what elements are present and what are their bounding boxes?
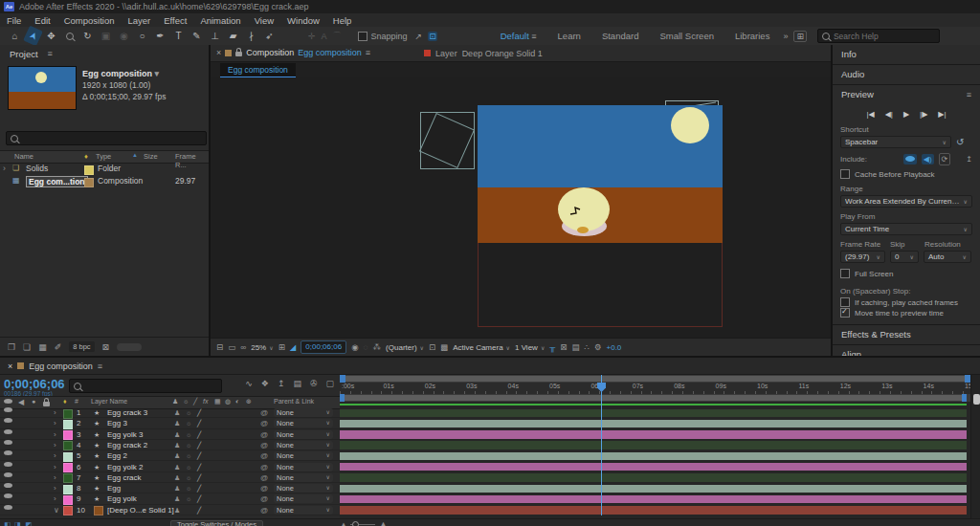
parent-link-column[interactable]: Parent & Link — [274, 398, 314, 405]
quality-switch[interactable]: ╱ — [197, 483, 201, 493]
cache-before-playback-checkbox[interactable] — [840, 169, 850, 179]
close-icon[interactable]: × — [216, 48, 221, 57]
project-menu-icon[interactable]: ≡ — [48, 49, 53, 58]
parent-pickwhip-icon[interactable]: @ — [260, 450, 268, 461]
puppet-tool[interactable]: ➶ — [261, 29, 278, 43]
zoom-out-icon[interactable]: ▲ — [341, 521, 346, 526]
layer-duration-bar[interactable] — [340, 430, 967, 439]
label-swatch[interactable] — [84, 178, 94, 187]
shy-switch[interactable]: ♟ — [174, 505, 180, 515]
layer-bar-row[interactable] — [340, 429, 970, 440]
eye-icon[interactable] — [4, 483, 12, 488]
layer-duration-bar[interactable] — [340, 506, 967, 515]
workspace-standard[interactable]: Standard — [602, 31, 639, 41]
project-search[interactable] — [6, 131, 207, 145]
parent-link-dropdown[interactable]: None∨ — [274, 463, 333, 471]
layer-swatch[interactable] — [63, 485, 73, 494]
project-search-input[interactable] — [22, 134, 202, 143]
menu-help[interactable]: Help — [326, 15, 359, 26]
camera-dropdown[interactable]: Active Camera∨ — [453, 343, 510, 352]
quality-switch[interactable]: ╱ — [197, 440, 201, 450]
current-timecode[interactable]: 0;00;06;06 — [4, 377, 65, 391]
quality-column-icon[interactable]: ╱ — [193, 398, 197, 405]
layer-swatch[interactable] — [63, 463, 73, 472]
threed-column-icon[interactable]: ⊛ — [246, 398, 252, 405]
home-tool[interactable]: ⌂ — [7, 29, 23, 43]
view-layout-dropdown[interactable]: 1 View∨ — [515, 343, 545, 352]
col-size[interactable]: Size — [144, 152, 158, 161]
first-frame-button[interactable]: |◀ — [866, 110, 874, 119]
quality-switch[interactable]: ╱ — [197, 407, 201, 418]
workspace-libraries[interactable]: Libraries — [735, 31, 769, 41]
zoom-tool[interactable] — [61, 29, 78, 43]
expander-icon[interactable]: › — [54, 462, 56, 472]
cache-icon[interactable]: ◩ — [25, 520, 32, 526]
expander-icon[interactable]: › — [54, 407, 56, 418]
eye-icon[interactable] — [4, 440, 12, 445]
layer-bar-row[interactable] — [340, 407, 970, 418]
layer-swatch[interactable] — [63, 473, 73, 483]
layer-name[interactable]: Egg yolk 3 — [107, 429, 143, 440]
menu-window[interactable]: Window — [280, 15, 326, 26]
parent-link-dropdown[interactable]: None∨ — [274, 419, 333, 427]
layer-bar-row[interactable] — [340, 440, 970, 450]
eye-icon[interactable] — [4, 450, 12, 455]
motion-blur-column-icon[interactable]: ◍ — [225, 398, 231, 405]
parent-link-dropdown[interactable]: None∨ — [274, 430, 333, 439]
timeline-scrollbar[interactable] — [970, 375, 980, 518]
glasses-icon[interactable]: ∞ — [240, 342, 246, 352]
composition-viewer[interactable] — [211, 77, 831, 338]
layer-name[interactable]: [Deep O...e Solid 1] — [107, 505, 174, 515]
shy-switch[interactable]: ♟ — [174, 483, 180, 493]
layer-row[interactable]: ›3★Egg yolk 3♟☼╱@None∨ — [0, 429, 340, 440]
project-settings-icon[interactable]: ✐ — [55, 342, 62, 352]
solo-column-icon[interactable]: ● — [32, 398, 35, 405]
label-swatch[interactable] — [84, 165, 94, 175]
cache-icon[interactable]: ◧ — [4, 520, 11, 526]
timeline-search-input[interactable] — [85, 382, 217, 391]
shy-column-icon[interactable]: ♟ — [172, 398, 178, 405]
parent-pickwhip-icon[interactable]: @ — [260, 440, 268, 450]
hide-shy-icon[interactable]: ↥ — [278, 379, 285, 388]
layer-bar-row[interactable] — [340, 483, 970, 493]
layer-name[interactable]: Egg — [107, 483, 121, 493]
preview-panel-tab[interactable]: Preview — [841, 85, 874, 104]
quality-switch[interactable]: ╱ — [197, 472, 201, 483]
layer-swatch[interactable] — [63, 495, 73, 505]
layer-row[interactable]: ›8★Egg♟☼╱@None∨ — [0, 483, 340, 493]
work-area-bar[interactable] — [340, 394, 970, 402]
help-search[interactable] — [817, 29, 940, 43]
new-composition-icon[interactable]: ▦ — [38, 342, 47, 352]
menu-effect[interactable]: Effect — [157, 15, 193, 26]
workspace-learn[interactable]: Learn — [558, 31, 581, 41]
shy-switch[interactable]: ♟ — [174, 472, 180, 483]
shy-switch[interactable]: ♟ — [174, 440, 180, 450]
col-type[interactable]: Type — [96, 152, 111, 161]
expander-icon[interactable]: › — [54, 483, 56, 493]
resolution-dropdown[interactable]: (Quarter)∨ — [386, 343, 424, 352]
play-cached-frames-checkbox[interactable] — [840, 297, 850, 307]
layer-tab[interactable]: Layer Deep Orange Solid 1 — [424, 49, 543, 58]
menu-layer[interactable]: Layer — [122, 15, 158, 26]
export-icon[interactable]: ↥ — [966, 155, 972, 164]
collapse-switch[interactable]: ☼ — [186, 440, 191, 450]
layer-row[interactable]: ›1★Egg crack 3♟☼╱@None∨ — [0, 407, 340, 418]
screen-icon[interactable]: ⊟ — [216, 342, 223, 352]
layer-duration-bar[interactable] — [340, 473, 967, 482]
rotation-tool[interactable]: ↻ — [79, 29, 96, 43]
layer-duration-bar[interactable] — [340, 420, 967, 428]
timeline-search[interactable] — [69, 379, 222, 393]
move-time-checkbox[interactable] — [840, 308, 850, 318]
parent-pickwhip-icon[interactable]: @ — [260, 429, 268, 440]
clone-stamp-tool[interactable]: ⊥ — [207, 29, 223, 43]
layer-duration-bar[interactable] — [340, 452, 967, 461]
shy-switch[interactable]: ♟ — [174, 407, 180, 418]
graph-editor-icon[interactable]: ▢ — [325, 379, 334, 388]
quality-switch[interactable]: ╱ — [197, 505, 201, 515]
layer-swatch[interactable] — [63, 420, 73, 429]
timeline-zoom-slider[interactable]: ▲ ▲ — [341, 519, 388, 526]
fx-column-icon[interactable]: fx — [203, 398, 208, 405]
help-search-input[interactable] — [834, 32, 935, 41]
parent-link-dropdown[interactable]: None∨ — [274, 451, 333, 460]
project-tab[interactable]: Project — [10, 49, 38, 59]
